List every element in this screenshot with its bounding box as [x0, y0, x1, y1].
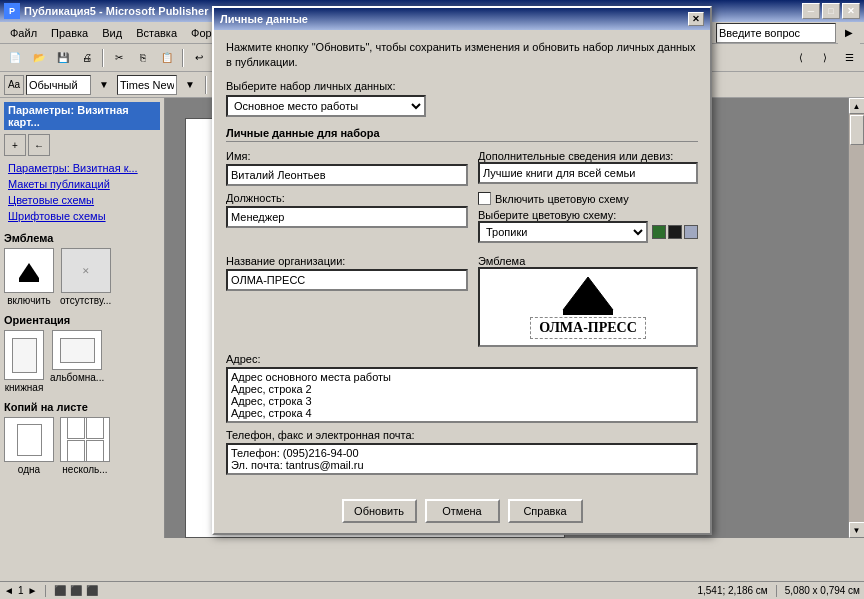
extra-input[interactable]: [478, 162, 698, 184]
dialog-close-button[interactable]: ✕: [688, 12, 704, 26]
page-prev-btn[interactable]: ◄: [4, 585, 14, 596]
status-sep2: [776, 585, 777, 597]
color-scheme-row: Тропики: [478, 221, 698, 243]
status-bar: ◄ 1 ► ⬛ ⬛ ⬛ 1,541; 2,186 см 5,080 x 0,79…: [0, 581, 864, 599]
help-button[interactable]: Справка: [508, 499, 583, 523]
personal-data-select[interactable]: Основное место работы: [226, 95, 426, 117]
org-label: Название организации:: [226, 255, 468, 267]
dialog-footer: Обновить Отмена Справка: [214, 491, 710, 533]
address-label: Адрес:: [226, 353, 698, 365]
name-extra-row: Имя: Дополнительные сведения или девиз:: [226, 150, 698, 186]
contact-label: Телефон, факс и электронная почта:: [226, 429, 698, 441]
swatch-1: [652, 225, 666, 239]
emblem-content: ОЛМА-ПРЕСС: [530, 275, 646, 339]
select-label: Выберите набор личных данных:: [226, 80, 698, 92]
nav-icons: ⬛ ⬛ ⬛: [54, 585, 98, 596]
dialog-description: Нажмите кнопку "Обновить", чтобы сохрани…: [226, 40, 698, 71]
coordinates: 1,541; 2,186 см: [697, 585, 767, 596]
page-nav-section: ◄ 1 ►: [4, 585, 37, 596]
extra-label: Дополнительные сведения или девиз:: [478, 150, 673, 162]
color-col: Включить цветовую схему Выберите цветову…: [478, 192, 698, 249]
contact-textarea[interactable]: Телефон: (095)216-94-00 Эл. почта: tantr…: [226, 443, 698, 475]
emblem-preview: ОЛМА-ПРЕСС: [478, 267, 698, 347]
dialog-title-bar: Личные данные ✕: [214, 8, 710, 30]
status-sep1: [45, 585, 46, 597]
emblem-col: Эмблема ОЛМА-ПРЕСС: [478, 255, 698, 347]
address-textarea[interactable]: Адрес основного места работы Адрес, стро…: [226, 367, 698, 423]
address-row: Адрес: Адрес основного места работы Адре…: [226, 353, 698, 423]
color-scheme-select[interactable]: Тропики: [478, 221, 648, 243]
swatch-2: [668, 225, 682, 239]
swatch-3: [684, 225, 698, 239]
dialog-overlay: Личные данные ✕ Нажмите кнопку "Обновить…: [0, 0, 864, 581]
nav-icon2: ⬛: [70, 585, 82, 596]
dialog-title: Личные данные: [220, 13, 308, 25]
svg-rect-3: [563, 310, 613, 315]
emblem-text: ОЛМА-ПРЕСС: [530, 317, 646, 339]
emblem-label: Эмблема: [478, 255, 525, 267]
position-col: Должность:: [226, 192, 468, 249]
position-label: Должность:: [226, 192, 468, 204]
svg-marker-2: [563, 277, 613, 310]
org-input[interactable]: [226, 269, 468, 291]
dimensions: 5,080 x 0,794 см: [785, 585, 860, 596]
update-button[interactable]: Обновить: [342, 499, 417, 523]
name-label: Имя:: [226, 150, 468, 162]
dialog-body: Нажмите кнопку "Обновить", чтобы сохрани…: [214, 30, 710, 492]
name-col: Имя:: [226, 150, 468, 186]
color-swatches: [652, 225, 698, 239]
position-input[interactable]: [226, 206, 468, 228]
address-col: Адрес: Адрес основного места работы Адре…: [226, 353, 698, 423]
name-input[interactable]: [226, 164, 468, 186]
extra-col: Дополнительные сведения или девиз:: [478, 150, 698, 186]
org-col: Название организации:: [226, 255, 468, 347]
nav-icon1: ⬛: [54, 585, 66, 596]
org-emblem-row: Название организации: Эмблема: [226, 255, 698, 347]
cancel-button[interactable]: Отмена: [425, 499, 500, 523]
color-scheme-checkbox-label: Включить цветовую схему: [495, 193, 629, 205]
position-color-row: Должность: Включить цветовую схему Выбер…: [226, 192, 698, 249]
color-scheme-label: Выберите цветовую схему:: [478, 209, 616, 221]
personal-data-dialog: Личные данные ✕ Нажмите кнопку "Обновить…: [212, 6, 712, 536]
emblem-icon: [530, 275, 646, 317]
nav-icon3: ⬛: [86, 585, 98, 596]
contact-row: Телефон, факс и электронная почта: Телеф…: [226, 429, 698, 475]
page-next-btn[interactable]: ►: [27, 585, 37, 596]
color-scheme-checkbox-row: Включить цветовую схему: [478, 192, 698, 205]
contact-col: Телефон, факс и электронная почта: Телеф…: [226, 429, 698, 475]
section-title: Личные данные для набора: [226, 127, 698, 142]
page-indicator: 1: [18, 585, 24, 596]
color-scheme-checkbox[interactable]: [478, 192, 491, 205]
